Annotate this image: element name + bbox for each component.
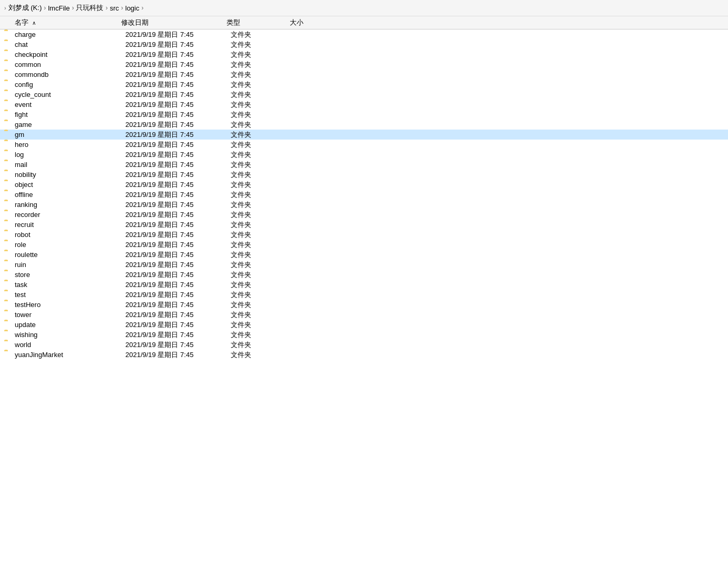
- folder-icon: [4, 311, 13, 319]
- table-row[interactable]: game 2021/9/19 星期日 7:45 文件夹: [0, 120, 728, 130]
- file-modified: 2021/9/19 星期日 7:45: [125, 220, 231, 230]
- table-row[interactable]: nobility 2021/9/19 星期日 7:45 文件夹: [0, 170, 728, 180]
- table-row[interactable]: test 2021/9/19 星期日 7:45 文件夹: [0, 290, 728, 300]
- folder-icon: [4, 231, 13, 239]
- file-name: chat: [15, 41, 125, 48]
- file-modified: 2021/9/19 星期日 7:45: [125, 190, 231, 200]
- file-type: 文件夹: [231, 110, 294, 120]
- file-name: mail: [15, 161, 125, 169]
- folder-icon: [4, 151, 13, 159]
- file-modified: 2021/9/19 星期日 7:45: [125, 180, 231, 190]
- file-type: 文件夹: [231, 340, 294, 350]
- file-type: 文件夹: [231, 240, 294, 250]
- table-row[interactable]: recorder 2021/9/19 星期日 7:45 文件夹: [0, 210, 728, 220]
- file-type: 文件夹: [231, 50, 294, 60]
- table-row[interactable]: object 2021/9/19 星期日 7:45 文件夹: [0, 180, 728, 190]
- file-explorer: 名字 ∧ 修改日期 类型 大小 charge 2021/9/19 星期日 7:4…: [0, 16, 728, 563]
- folder-icon: [4, 261, 13, 269]
- file-type: 文件夹: [231, 350, 294, 360]
- folder-icon: [4, 321, 13, 329]
- file-name: recruit: [15, 221, 125, 229]
- folder-icon: [4, 71, 13, 79]
- table-row[interactable]: testHero 2021/9/19 星期日 7:45 文件夹: [0, 300, 728, 310]
- file-name: wishing: [15, 331, 125, 339]
- table-row[interactable]: mail 2021/9/19 星期日 7:45 文件夹: [0, 160, 728, 170]
- folder-icon: [4, 191, 13, 199]
- file-name: offline: [15, 191, 125, 199]
- table-row[interactable]: charge 2021/9/19 星期日 7:45 文件夹: [0, 29, 728, 39]
- file-name: log: [15, 151, 125, 159]
- file-modified: 2021/9/19 星期日 7:45: [125, 140, 231, 150]
- table-row[interactable]: role 2021/9/19 星期日 7:45 文件夹: [0, 240, 728, 250]
- table-row[interactable]: world 2021/9/19 星期日 7:45 文件夹: [0, 340, 728, 350]
- file-type: 文件夹: [231, 320, 294, 330]
- file-name: charge: [15, 31, 125, 38]
- table-row[interactable]: cycle_count 2021/9/19 星期日 7:45 文件夹: [0, 90, 728, 100]
- table-row[interactable]: roulette 2021/9/19 星期日 7:45 文件夹: [0, 250, 728, 260]
- table-row[interactable]: fight 2021/9/19 星期日 7:45 文件夹: [0, 110, 728, 120]
- table-row[interactable]: wishing 2021/9/19 星期日 7:45 文件夹: [0, 330, 728, 340]
- folder-icon: [4, 101, 13, 109]
- breadcrumb-src[interactable]: src: [110, 4, 119, 12]
- folder-icon: [4, 81, 13, 89]
- table-row[interactable]: store 2021/9/19 星期日 7:45 文件夹: [0, 270, 728, 280]
- breadcrumb-drive[interactable]: 刘梦成 (K:): [8, 3, 42, 13]
- table-row[interactable]: checkpoint 2021/9/19 星期日 7:45 文件夹: [0, 50, 728, 60]
- file-name: recorder: [15, 211, 125, 219]
- table-row[interactable]: task 2021/9/19 星期日 7:45 文件夹: [0, 280, 728, 290]
- file-name: role: [15, 241, 125, 249]
- col-header-type[interactable]: 类型: [227, 18, 290, 27]
- col-header-modified[interactable]: 修改日期: [121, 18, 227, 27]
- file-name: test: [15, 291, 125, 299]
- file-modified: 2021/9/19 星期日 7:45: [125, 200, 231, 210]
- table-row[interactable]: robot 2021/9/19 星期日 7:45 文件夹: [0, 230, 728, 240]
- file-name: world: [15, 341, 125, 349]
- table-row[interactable]: offline 2021/9/19 星期日 7:45 文件夹: [0, 190, 728, 200]
- table-row[interactable]: log 2021/9/19 星期日 7:45 文件夹: [0, 150, 728, 160]
- folder-icon: [4, 211, 13, 219]
- table-row[interactable]: common 2021/9/19 星期日 7:45 文件夹: [0, 60, 728, 70]
- file-modified: 2021/9/19 星期日 7:45: [125, 50, 231, 60]
- table-row[interactable]: commondb 2021/9/19 星期日 7:45 文件夹: [0, 70, 728, 80]
- file-type: 文件夹: [231, 170, 294, 180]
- file-modified: 2021/9/19 星期日 7:45: [125, 230, 231, 240]
- folder-icon: [4, 271, 13, 279]
- table-row[interactable]: recruit 2021/9/19 星期日 7:45 文件夹: [0, 220, 728, 230]
- table-row[interactable]: yuanJingMarket 2021/9/19 星期日 7:45 文件夹: [0, 350, 728, 360]
- folder-icon: [4, 281, 13, 289]
- table-row[interactable]: event 2021/9/19 星期日 7:45 文件夹: [0, 100, 728, 110]
- table-row[interactable]: ruin 2021/9/19 星期日 7:45 文件夹: [0, 260, 728, 270]
- folder-icon: [4, 171, 13, 179]
- breadcrumb-zhiwan[interactable]: 只玩科技: [76, 3, 103, 13]
- table-row[interactable]: gm 2021/9/19 星期日 7:45 文件夹: [0, 130, 728, 140]
- table-row[interactable]: chat 2021/9/19 星期日 7:45 文件夹: [0, 39, 728, 50]
- table-row[interactable]: config 2021/9/19 星期日 7:45 文件夹: [0, 80, 728, 90]
- folder-icon: [4, 341, 13, 349]
- table-row[interactable]: update 2021/9/19 星期日 7:45 文件夹: [0, 320, 728, 330]
- folder-icon: [4, 331, 13, 339]
- file-modified: 2021/9/19 星期日 7:45: [125, 70, 231, 80]
- file-list[interactable]: charge 2021/9/19 星期日 7:45 文件夹 chat 2021/…: [0, 29, 728, 563]
- file-name: hero: [15, 141, 125, 149]
- file-type: 文件夹: [231, 90, 294, 100]
- table-row[interactable]: ranking 2021/9/19 星期日 7:45 文件夹: [0, 200, 728, 210]
- file-name: tower: [15, 311, 125, 319]
- col-header-name[interactable]: 名字 ∧: [0, 18, 121, 27]
- col-header-size[interactable]: 大小: [290, 18, 332, 27]
- folder-icon: [4, 291, 13, 299]
- column-header-row: 名字 ∧ 修改日期 类型 大小: [0, 16, 728, 29]
- file-modified: 2021/9/19 星期日 7:45: [125, 330, 231, 340]
- file-type: 文件夹: [231, 190, 294, 200]
- file-name: cycle_count: [15, 91, 125, 98]
- breadcrumb: › 刘梦成 (K:) › lmcFile › 只玩科技 › src › logi…: [0, 0, 728, 16]
- file-modified: 2021/9/19 星期日 7:45: [125, 30, 231, 39]
- file-modified: 2021/9/19 星期日 7:45: [125, 300, 231, 310]
- breadcrumb-lmcfile[interactable]: lmcFile: [48, 4, 70, 12]
- table-row[interactable]: tower 2021/9/19 星期日 7:45 文件夹: [0, 310, 728, 320]
- file-type: 文件夹: [231, 200, 294, 210]
- table-row[interactable]: hero 2021/9/19 星期日 7:45 文件夹: [0, 140, 728, 150]
- folder-icon: [4, 91, 13, 99]
- file-modified: 2021/9/19 星期日 7:45: [125, 150, 231, 160]
- breadcrumb-logic[interactable]: logic: [125, 4, 140, 12]
- file-type: 文件夹: [231, 260, 294, 270]
